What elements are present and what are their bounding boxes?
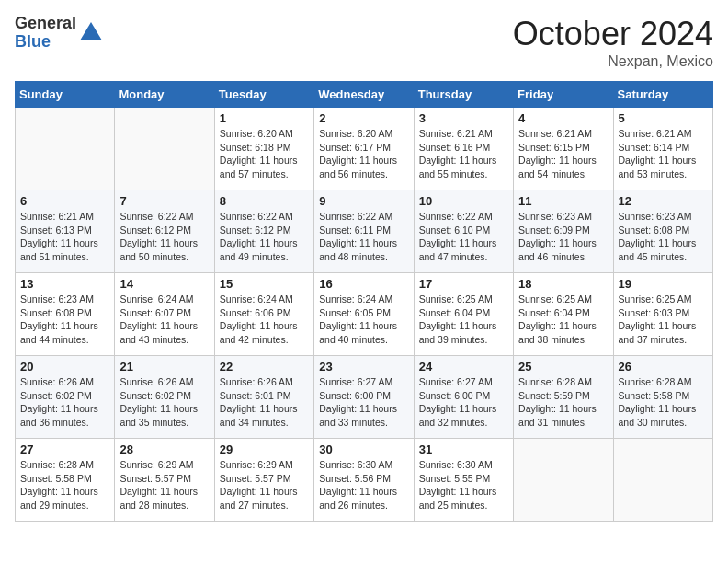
day-cell-31: 31Sunrise: 6:30 AMSunset: 5:55 PMDayligh… (414, 439, 513, 522)
week-row-2: 6Sunrise: 6:21 AMSunset: 6:13 PMDaylight… (16, 190, 713, 273)
header-row: SundayMondayTuesdayWednesdayThursdayFrid… (16, 82, 713, 108)
day-info: Sunrise: 6:22 AMSunset: 6:12 PMDaylight:… (119, 210, 209, 264)
day-cell-29: 29Sunrise: 6:29 AMSunset: 5:57 PMDayligh… (214, 439, 313, 522)
empty-cell (514, 439, 613, 522)
week-row-3: 13Sunrise: 6:23 AMSunset: 6:08 PMDayligh… (16, 273, 713, 356)
day-cell-9: 9Sunrise: 6:22 AMSunset: 6:11 PMDaylight… (314, 190, 414, 273)
svg-marker-0 (80, 22, 102, 40)
day-info: Sunrise: 6:20 AMSunset: 6:18 PMDaylight:… (220, 127, 309, 181)
header-cell-monday: Monday (115, 82, 214, 108)
week-row-5: 27Sunrise: 6:28 AMSunset: 5:58 PMDayligh… (16, 439, 713, 522)
day-number: 28 (119, 442, 209, 456)
day-info: Sunrise: 6:29 AMSunset: 5:57 PMDaylight:… (220, 458, 309, 512)
day-number: 20 (20, 360, 109, 373)
day-number: 2 (319, 111, 408, 125)
logo: General Blue (15, 15, 104, 52)
day-cell-13: 13Sunrise: 6:23 AMSunset: 6:08 PMDayligh… (16, 273, 115, 356)
day-number: 30 (319, 442, 408, 456)
day-number: 23 (319, 360, 408, 373)
day-info: Sunrise: 6:24 AMSunset: 6:05 PMDaylight:… (319, 293, 408, 347)
day-info: Sunrise: 6:20 AMSunset: 6:17 PMDaylight:… (319, 127, 408, 181)
day-number: 27 (20, 442, 109, 456)
day-info: Sunrise: 6:22 AMSunset: 6:11 PMDaylight:… (319, 210, 408, 264)
day-cell-3: 3Sunrise: 6:21 AMSunset: 6:16 PMDaylight… (414, 108, 513, 190)
day-info: Sunrise: 6:21 AMSunset: 6:15 PMDaylight:… (518, 127, 608, 181)
logo-blue: Blue (15, 33, 76, 52)
day-info: Sunrise: 6:26 AMSunset: 6:01 PMDaylight:… (220, 375, 309, 430)
day-cell-5: 5Sunrise: 6:21 AMSunset: 6:14 PMDaylight… (613, 108, 712, 190)
calendar-table: SundayMondayTuesdayWednesdayThursdayFrid… (15, 81, 713, 522)
day-cell-26: 26Sunrise: 6:28 AMSunset: 5:58 PMDayligh… (613, 356, 712, 439)
day-info: Sunrise: 6:25 AMSunset: 6:04 PMDaylight:… (518, 293, 608, 347)
header-cell-wednesday: Wednesday (314, 82, 414, 108)
day-cell-23: 23Sunrise: 6:27 AMSunset: 6:00 PMDayligh… (314, 356, 414, 439)
empty-cell (115, 108, 214, 190)
day-info: Sunrise: 6:27 AMSunset: 6:00 PMDaylight:… (419, 375, 508, 430)
logo-general: General (15, 15, 76, 33)
day-info: Sunrise: 6:28 AMSunset: 5:59 PMDaylight:… (518, 375, 608, 430)
logo-icon (78, 20, 104, 46)
day-cell-19: 19Sunrise: 6:25 AMSunset: 6:03 PMDayligh… (613, 273, 712, 356)
day-number: 29 (220, 442, 309, 456)
day-info: Sunrise: 6:25 AMSunset: 6:04 PMDaylight:… (419, 293, 508, 347)
day-info: Sunrise: 6:22 AMSunset: 6:12 PMDaylight:… (220, 210, 309, 264)
day-cell-2: 2Sunrise: 6:20 AMSunset: 6:17 PMDaylight… (314, 108, 414, 190)
day-cell-6: 6Sunrise: 6:21 AMSunset: 6:13 PMDaylight… (16, 190, 115, 273)
day-info: Sunrise: 6:24 AMSunset: 6:06 PMDaylight:… (220, 293, 309, 347)
day-number: 22 (220, 360, 309, 373)
day-cell-17: 17Sunrise: 6:25 AMSunset: 6:04 PMDayligh… (414, 273, 513, 356)
day-info: Sunrise: 6:28 AMSunset: 5:58 PMDaylight:… (20, 458, 109, 512)
title-block: October 2024 Nexpan, Mexico (513, 15, 713, 70)
calendar-body: 1Sunrise: 6:20 AMSunset: 6:18 PMDaylight… (16, 108, 713, 522)
day-number: 5 (619, 111, 708, 125)
page-header: General Blue October 2024 Nexpan, Mexico (15, 15, 713, 70)
day-number: 31 (419, 442, 508, 456)
day-info: Sunrise: 6:21 AMSunset: 6:16 PMDaylight:… (419, 127, 508, 181)
header-cell-thursday: Thursday (414, 82, 513, 108)
day-info: Sunrise: 6:29 AMSunset: 5:57 PMDaylight:… (119, 458, 209, 512)
day-number: 3 (419, 111, 508, 125)
day-number: 10 (419, 194, 508, 208)
day-number: 24 (419, 360, 508, 373)
day-cell-18: 18Sunrise: 6:25 AMSunset: 6:04 PMDayligh… (514, 273, 613, 356)
day-cell-22: 22Sunrise: 6:26 AMSunset: 6:01 PMDayligh… (214, 356, 313, 439)
day-cell-27: 27Sunrise: 6:28 AMSunset: 5:58 PMDayligh… (16, 439, 115, 522)
day-number: 1 (220, 111, 309, 125)
day-cell-12: 12Sunrise: 6:23 AMSunset: 6:08 PMDayligh… (613, 190, 712, 273)
week-row-1: 1Sunrise: 6:20 AMSunset: 6:18 PMDaylight… (16, 108, 713, 190)
day-cell-14: 14Sunrise: 6:24 AMSunset: 6:07 PMDayligh… (115, 273, 214, 356)
day-info: Sunrise: 6:23 AMSunset: 6:08 PMDaylight:… (20, 293, 109, 347)
day-cell-30: 30Sunrise: 6:30 AMSunset: 5:56 PMDayligh… (314, 439, 414, 522)
day-cell-7: 7Sunrise: 6:22 AMSunset: 6:12 PMDaylight… (115, 190, 214, 273)
day-number: 25 (518, 360, 608, 373)
day-number: 26 (619, 360, 708, 373)
day-cell-28: 28Sunrise: 6:29 AMSunset: 5:57 PMDayligh… (115, 439, 214, 522)
day-cell-25: 25Sunrise: 6:28 AMSunset: 5:59 PMDayligh… (514, 356, 613, 439)
day-number: 12 (619, 194, 708, 208)
day-info: Sunrise: 6:30 AMSunset: 5:55 PMDaylight:… (419, 458, 508, 512)
day-cell-10: 10Sunrise: 6:22 AMSunset: 6:10 PMDayligh… (414, 190, 513, 273)
day-info: Sunrise: 6:22 AMSunset: 6:10 PMDaylight:… (419, 210, 508, 264)
day-number: 8 (220, 194, 309, 208)
empty-cell (16, 108, 115, 190)
day-cell-8: 8Sunrise: 6:22 AMSunset: 6:12 PMDaylight… (214, 190, 313, 273)
header-cell-sunday: Sunday (16, 82, 115, 108)
month-title: October 2024 (513, 15, 713, 53)
day-info: Sunrise: 6:28 AMSunset: 5:58 PMDaylight:… (619, 375, 708, 430)
day-number: 9 (319, 194, 408, 208)
day-info: Sunrise: 6:26 AMSunset: 6:02 PMDaylight:… (119, 375, 209, 430)
day-info: Sunrise: 6:25 AMSunset: 6:03 PMDaylight:… (619, 293, 708, 347)
day-info: Sunrise: 6:30 AMSunset: 5:56 PMDaylight:… (319, 458, 408, 512)
day-cell-15: 15Sunrise: 6:24 AMSunset: 6:06 PMDayligh… (214, 273, 313, 356)
day-info: Sunrise: 6:21 AMSunset: 6:13 PMDaylight:… (20, 210, 109, 264)
day-number: 7 (119, 194, 209, 208)
day-number: 15 (220, 277, 309, 291)
header-cell-friday: Friday (514, 82, 613, 108)
location: Nexpan, Mexico (513, 53, 713, 70)
day-cell-11: 11Sunrise: 6:23 AMSunset: 6:09 PMDayligh… (514, 190, 613, 273)
day-number: 14 (119, 277, 209, 291)
day-info: Sunrise: 6:23 AMSunset: 6:08 PMDaylight:… (619, 210, 708, 264)
day-cell-24: 24Sunrise: 6:27 AMSunset: 6:00 PMDayligh… (414, 356, 513, 439)
day-number: 18 (518, 277, 608, 291)
day-cell-21: 21Sunrise: 6:26 AMSunset: 6:02 PMDayligh… (115, 356, 214, 439)
